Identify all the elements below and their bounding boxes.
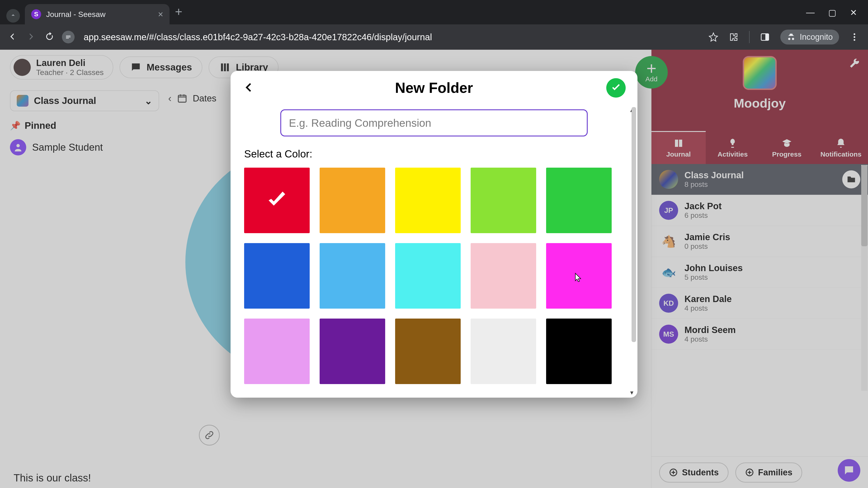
class-logo[interactable] <box>743 56 777 90</box>
sample-student-row[interactable]: Sample Student <box>10 139 159 156</box>
new-tab-button[interactable]: + <box>175 4 182 19</box>
bookmark-star-icon[interactable] <box>708 32 718 42</box>
modal-body: ▴ Select a Color: ▾ <box>230 109 638 384</box>
modal-scrollbar[interactable] <box>631 105 636 389</box>
rail-tab-activities-label: Activities <box>718 151 748 158</box>
rail-tab-notifications-label: Notifications <box>820 151 862 158</box>
rail-footer: Students Families <box>651 456 868 488</box>
nav-reload-button[interactable] <box>43 32 56 42</box>
list-item-sub: 5 posts <box>684 273 743 282</box>
rail-list-item[interactable]: KDKaren Dale4 posts <box>651 288 868 319</box>
rail-list-item[interactable]: JPJack Pot6 posts <box>651 195 868 226</box>
extensions-icon[interactable] <box>729 32 739 42</box>
journal-dropdown-label: Class Journal <box>34 95 96 106</box>
rail-list-item[interactable]: MSMordi Seem4 posts <box>651 319 868 350</box>
rail-tab-progress[interactable]: Progress <box>760 131 814 164</box>
folder-name-input[interactable] <box>280 109 588 136</box>
color-swatch[interactable] <box>395 243 461 308</box>
modal-back-button[interactable] <box>242 81 255 95</box>
families-button[interactable]: Families <box>735 462 802 483</box>
color-swatch[interactable] <box>320 168 385 233</box>
student-avatar-icon <box>10 139 26 156</box>
dates-control[interactable]: ‹ Dates <box>168 93 216 104</box>
tab-close-icon[interactable]: × <box>158 9 163 20</box>
list-avatar: 🐟 <box>659 263 678 282</box>
list-item-sub: 4 posts <box>684 304 732 313</box>
color-swatch[interactable] <box>244 243 310 308</box>
add-button[interactable]: + Add <box>635 56 668 89</box>
nav-back-button[interactable] <box>6 32 19 42</box>
color-swatch[interactable] <box>546 243 612 308</box>
color-swatch[interactable] <box>395 168 461 233</box>
journal-icon <box>17 95 29 107</box>
list-item-title: John Louises <box>684 263 743 273</box>
rail-list[interactable]: Class Journal8 postsJPJack Pot6 posts🐴Ja… <box>651 164 868 456</box>
sample-student-label: Sample Student <box>32 142 103 153</box>
add-label: Add <box>645 75 657 83</box>
attachment-link-button[interactable] <box>199 425 220 446</box>
rail-list-item[interactable]: Class Journal8 posts <box>651 164 868 195</box>
rail-list-item[interactable]: 🐴Jamie Cris0 posts <box>651 226 868 257</box>
rail-tab-notifications[interactable]: Notifications <box>814 131 868 164</box>
nav-forward-button[interactable] <box>25 32 37 42</box>
list-item-title: Karen Dale <box>684 294 732 304</box>
families-label: Families <box>758 468 793 477</box>
teacher-name: Lauren Deli <box>36 58 104 68</box>
window-minimize-icon[interactable]: — <box>806 8 815 18</box>
list-avatar: 🐴 <box>659 232 678 251</box>
window-maximize-icon[interactable]: ▢ <box>828 8 836 18</box>
color-swatch[interactable] <box>471 243 536 308</box>
teacher-sub: Teacher · 2 Classes <box>36 68 104 77</box>
side-panel-icon[interactable] <box>760 32 770 42</box>
browser-toolbar: app.seesaw.me/#/class/class.e01bf4c2-9a2… <box>0 24 868 50</box>
list-item-title: Jamie Cris <box>684 232 730 242</box>
rail-tab-activities[interactable]: Activities <box>706 131 760 164</box>
modal-scrollbar-thumb[interactable] <box>631 107 636 342</box>
modal-confirm-button[interactable] <box>606 78 626 98</box>
post-caption: This is our class! <box>13 472 91 484</box>
messages-label: Messages <box>147 62 192 73</box>
color-swatch[interactable] <box>471 168 536 233</box>
tab-search-button[interactable] <box>6 9 20 23</box>
modal-title: New Folder <box>395 79 473 96</box>
pinned-label: Pinned <box>25 120 56 131</box>
tab-title: Journal - Seesaw <box>46 10 153 19</box>
settings-wrench-icon[interactable] <box>848 57 860 70</box>
list-avatar: JP <box>659 201 678 220</box>
teacher-chip[interactable]: Lauren Deli Teacher · 2 Classes <box>10 55 113 79</box>
list-item-sub: 6 posts <box>684 211 722 220</box>
browser-tab[interactable]: S Journal - Seesaw × <box>25 4 169 24</box>
list-item-title: Jack Pot <box>684 201 722 211</box>
svg-rect-1 <box>765 34 769 40</box>
window-close-icon[interactable]: ✕ <box>850 8 857 18</box>
list-item-title: Class Journal <box>684 170 744 180</box>
students-button[interactable]: Students <box>659 462 728 483</box>
color-swatch[interactable] <box>244 319 310 384</box>
address-bar[interactable]: app.seesaw.me/#/class/class.e01bf4c2-9a2… <box>81 32 702 42</box>
rail-scrollbar-thumb[interactable] <box>861 165 868 246</box>
color-swatch[interactable] <box>320 243 385 308</box>
color-swatch[interactable] <box>546 168 612 233</box>
site-info-button[interactable] <box>62 31 74 43</box>
rail-tab-journal[interactable]: Journal <box>651 131 706 164</box>
color-swatch[interactable] <box>546 319 612 384</box>
color-swatch[interactable] <box>471 319 536 384</box>
pinned-header: 📌 Pinned <box>10 120 159 131</box>
color-swatch[interactable] <box>244 168 310 233</box>
mouse-cursor-icon <box>573 272 583 283</box>
folder-icon[interactable] <box>842 170 860 188</box>
list-avatar <box>659 170 678 189</box>
journal-dropdown[interactable]: Class Journal ⌄ <box>10 90 159 111</box>
messages-tab[interactable]: Messages <box>120 57 203 78</box>
students-label: Students <box>682 468 719 477</box>
kebab-menu-icon[interactable] <box>849 32 860 42</box>
seesaw-favicon: S <box>31 9 41 19</box>
incognito-badge[interactable]: Incognito <box>780 30 839 44</box>
rail-scrollbar[interactable] <box>861 165 868 391</box>
chevron-left-icon[interactable]: ‹ <box>168 93 172 104</box>
scroll-down-arrow-icon[interactable]: ▾ <box>630 389 633 396</box>
rail-list-item[interactable]: 🐟John Louises5 posts <box>651 257 868 288</box>
color-swatch[interactable] <box>320 319 385 384</box>
chat-fab[interactable] <box>838 459 860 482</box>
color-swatch[interactable] <box>395 319 461 384</box>
